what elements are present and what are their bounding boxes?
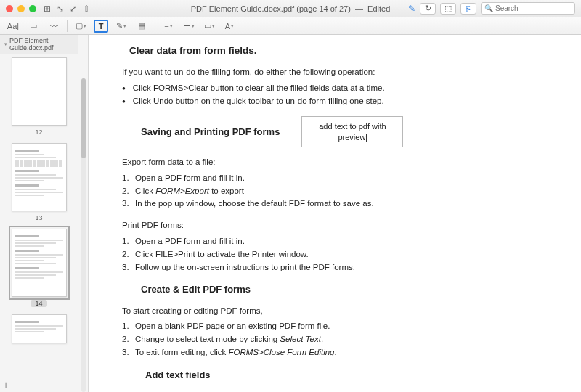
titlebar: ⊞ ⤡ ⤢ ⇧ PDF Element Guide.docx.pdf (page… — [0, 0, 581, 17]
maximize-button[interactable] — [29, 5, 36, 12]
sidebar-scrollbar[interactable] — [78, 35, 89, 392]
note-tool[interactable]: ▤ — [134, 20, 149, 33]
text-cursor — [366, 134, 367, 142]
bullet-list: Click FORMS>Clear button to clear all th… — [122, 82, 561, 108]
separator — [67, 20, 68, 32]
ordered-list: 1.Open a PDF form and fill it in. 2.Clic… — [122, 172, 561, 211]
shapes-tool[interactable]: ▢ — [73, 20, 88, 33]
sketch-tool[interactable]: 〰 — [46, 20, 61, 33]
export-button[interactable]: ⎘ — [460, 3, 476, 15]
list-item: Click Undo button on the quick toolbar t… — [122, 95, 561, 108]
doc-title: PDF Element Guide.docx.pdf (page 14 of 2… — [191, 4, 351, 13]
list-item: 3.To exit form editing, click FORMS>Clos… — [122, 346, 561, 359]
thumbnail-page — [12, 314, 67, 343]
thumbnail-number: 13 — [35, 214, 42, 221]
search-input[interactable] — [495, 4, 572, 12]
thumbnail-number: 14 — [31, 300, 46, 307]
separator — [155, 20, 155, 32]
thumbnail-list: 12 13 14 — [0, 54, 78, 392]
thumbnail[interactable]: 12 — [0, 57, 78, 136]
list-item: Click FORMS>Clear button to clear all th… — [122, 82, 561, 95]
thumbnail[interactable]: 13 — [0, 143, 78, 221]
heading-create-edit: Create & Edit PDF forms — [141, 282, 561, 297]
heading-clear-data: Clear data from form fields. — [129, 44, 561, 59]
text-style-tool[interactable]: A — [222, 20, 237, 33]
view-mode-button[interactable]: ⊞ — [44, 4, 51, 14]
sign-tool[interactable]: ✎ — [114, 20, 129, 33]
add-page-button[interactable]: + — [3, 379, 9, 391]
paragraph: Print PDF forms: — [122, 219, 561, 232]
paragraph: If you want to un-do the filling form, d… — [122, 66, 561, 79]
sidebar-filename[interactable]: PDF Element Guide.docx.pdf — [0, 35, 78, 54]
list-item: 3.In the pop up window, choose the defau… — [122, 197, 561, 211]
ordered-list: 1.Open a PDF form and fill it in. 2.Clic… — [122, 235, 561, 274]
align-tool[interactable]: ≡ — [161, 20, 176, 33]
paragraph: Export form data to a file: — [122, 156, 561, 169]
thumbnail-page — [12, 229, 67, 297]
ordered-list: 1.Open a blank PDF page or an existing P… — [122, 320, 561, 359]
crop-button[interactable]: ⬚ — [440, 3, 456, 15]
share-button[interactable]: ⇧ — [83, 4, 90, 14]
search-icon: 🔍 — [484, 4, 493, 12]
text-select-tool[interactable]: Aa| — [6, 20, 20, 33]
app-body: PDF Element Guide.docx.pdf 12 13 — [0, 35, 581, 392]
titlebar-left-tools: ⊞ ⤡ ⤢ ⇧ — [44, 4, 90, 14]
thumbnail-number: 12 — [35, 128, 42, 136]
markup-toolbar: Aa| ▭ 〰 ▢ T ✎ ▤ ≡ ☰ ▭ A — [0, 17, 581, 35]
markup-toggle-button[interactable]: ✎ — [408, 4, 415, 14]
zoom-in-button[interactable]: ⤢ — [70, 4, 77, 14]
thumbnail-page — [12, 143, 67, 211]
paragraph: To start creating or editing PDF forms, — [122, 305, 561, 318]
list-tool[interactable]: ☰ — [182, 20, 196, 33]
document-view[interactable]: Clear data from form fields. If you want… — [89, 35, 581, 392]
search-field[interactable]: 🔍 — [481, 2, 575, 15]
list-item: 2.Click FILE>Print to activate the Print… — [122, 248, 561, 261]
list-item: 2.Click FORM>Export to export — [122, 185, 561, 198]
textbox-line: preview — [338, 133, 365, 142]
rect-select-tool[interactable]: ▭ — [26, 20, 41, 33]
textbox-line: add text to pdf with — [319, 122, 386, 131]
list-item: 3.Follow up the on-screen instructions t… — [122, 261, 561, 274]
heading-saving-printing: Saving and Printing PDF forms — [141, 125, 280, 139]
titlebar-right-tools: ✎ ↻ ⬚ ⎘ 🔍 — [408, 2, 575, 15]
zoom-out-button[interactable]: ⤡ — [57, 4, 64, 14]
thumbnail-page — [12, 57, 67, 126]
list-item: 1.Open a PDF form and fill it in. — [122, 235, 561, 248]
line-style-tool[interactable]: ▭ — [202, 20, 216, 33]
rotate-button[interactable]: ↻ — [420, 3, 436, 15]
window-controls — [6, 5, 36, 12]
edited-label: Edited — [367, 4, 390, 13]
text-tool[interactable]: T — [94, 20, 108, 33]
minimize-button[interactable] — [17, 5, 25, 12]
heading-add-text-fields: Add text fields — [145, 368, 561, 383]
thumbnail-sidebar: PDF Element Guide.docx.pdf 12 13 — [0, 35, 78, 392]
list-item: 1.Open a blank PDF page or an existing P… — [122, 320, 561, 333]
close-button[interactable] — [6, 5, 13, 12]
page-content: Clear data from form fields. If you want… — [89, 35, 581, 392]
thumbnail-selected[interactable]: 14 — [0, 229, 78, 307]
inserted-text-box[interactable]: add text to pdf with preview — [301, 116, 403, 147]
list-item: 2.Change to select text mode by clicking… — [122, 333, 561, 346]
thumbnail[interactable] — [0, 314, 78, 343]
list-item: 1.Open a PDF form and fill it in. — [122, 172, 561, 185]
